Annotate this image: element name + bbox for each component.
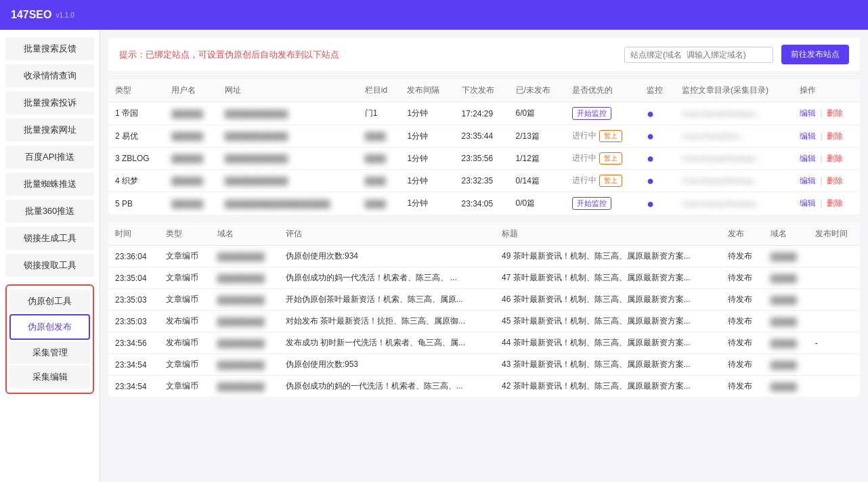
edit-button[interactable]: 编辑 <box>800 154 816 163</box>
cell-type: 3 ZBLOG <box>108 148 165 170</box>
cell-ops: 编辑 | 删除 <box>793 102 860 125</box>
sidebar-item-360[interactable]: 批量360推送 <box>5 200 94 223</box>
cell-directory: /Users/hardy/Desktop/... <box>675 148 793 170</box>
lc-pub-domain: █████ <box>764 376 808 397</box>
cell-username: ██████ <box>165 148 218 170</box>
lc-domain: █████████ <box>211 246 279 267</box>
lc-pub-domain: █████ <box>764 311 808 332</box>
goto-publish-button[interactable]: 前往发布站点 <box>781 45 849 64</box>
lc-title: 45 茶叶最新资讯！机制、陈三高、属原最新资方案... <box>495 311 721 332</box>
site-bind-input[interactable] <box>624 47 773 63</box>
lc-eval: 伪原创成功的妈一代冼活！机索者、陈三高、 ... <box>279 267 495 289</box>
delete-button[interactable]: 删除 <box>827 176 843 185</box>
lc-title: 47 茶叶最新资讯！机制、陈三高、属原最新资方案... <box>495 267 721 289</box>
delete-button[interactable]: 删除 <box>827 198 843 208</box>
cell-published: 1/12篇 <box>509 148 566 170</box>
table-row: 23:35:03 发布编币 █████████ 对始发布 茶叶最新资活！抗拒、陈… <box>108 311 860 332</box>
cell-interval: 1分钟 <box>400 102 454 125</box>
table-row: 3 ZBLOG ██████ ████████████ ████ 1分钟 23:… <box>108 148 860 170</box>
table-row: 4 织梦 ██████ ████████████ ████ 1分钟 23:32:… <box>108 170 860 192</box>
edit-button[interactable]: 编辑 <box>800 131 816 141</box>
lc-publish: 待发布 <box>721 332 764 354</box>
table-row: 23:35:03 文章编币 █████████ 开始伪原创茶叶最新资活！机索、陈… <box>108 289 860 311</box>
lc-publish: 待发布 <box>721 267 764 289</box>
cell-priority: 进行中 暂上 <box>565 125 640 148</box>
table-row: 23:34:56 发布编币 █████████ 发布成功 初时新一代洗活！机索者… <box>108 332 860 354</box>
notice-bar: 提示：已绑定站点，可设置伪原创后自动发布到以下站点 前往发布站点 <box>108 38 860 71</box>
cell-interval: 1分钟 <box>400 192 454 215</box>
lc-type: 发布编币 <box>159 332 211 354</box>
delete-button[interactable]: 删除 <box>827 154 843 163</box>
col-next-publish: 下次发布 <box>455 79 509 102</box>
lcol-pub-domain: 域名 <box>764 223 808 246</box>
lc-time: 23:35:03 <box>108 289 159 311</box>
lc-domain: █████████ <box>211 289 279 311</box>
sidebar-item-collect-manage[interactable]: 采集管理 <box>9 341 90 364</box>
lc-pub-domain: █████ <box>764 332 808 354</box>
cell-category: ████ <box>358 125 401 148</box>
col-interval: 发布间隔 <box>400 79 454 102</box>
sidebar-item-content-tool[interactable]: 伪原创工具 <box>9 290 90 313</box>
lcol-title: 标题 <box>495 223 721 246</box>
edit-button[interactable]: 编辑 <box>800 108 816 118</box>
col-url: 网址 <box>218 79 358 102</box>
col-operation: 操作 <box>793 79 860 102</box>
lc-type: 文章编币 <box>159 267 211 289</box>
cell-category: ████ <box>358 192 401 215</box>
notice-text: 提示：已绑定站点，可设置伪原创后自动发布到以下站点 <box>119 49 616 61</box>
lc-domain: █████████ <box>211 267 279 289</box>
table-row: 23:34:54 文章编币 █████████ 伪原创成功的妈的一代洗活！机索者… <box>108 376 860 397</box>
cell-directory: /Users/hardy/Desktop/... <box>675 192 793 215</box>
sidebar-item-site[interactable]: 批量搜索网址 <box>5 118 94 141</box>
edit-button[interactable]: 编辑 <box>800 198 816 208</box>
lc-eval: 伪原创使用次数:953 <box>279 354 495 376</box>
cell-monitor: ● <box>640 170 675 192</box>
cell-type: 2 易优 <box>108 125 165 148</box>
sidebar-item-feedback[interactable]: 批量搜索反馈 <box>5 37 94 60</box>
delete-button[interactable]: 删除 <box>827 131 843 141</box>
lc-pub-domain: █████ <box>764 246 808 267</box>
cell-username: ██████ <box>165 192 218 215</box>
lc-type: 文章编币 <box>159 289 211 311</box>
sidebar-item-collect-edit[interactable]: 采集编辑 <box>9 366 90 389</box>
upper-table-section: 类型 用户名 网址 栏目id 发布间隔 下次发布 已/未发布 是否优先的 监控 … <box>108 79 860 215</box>
cell-monitor: ● <box>640 192 675 215</box>
col-published: 已/未发布 <box>509 79 566 102</box>
cell-interval: 1分钟 <box>400 170 454 192</box>
sidebar-item-baidu-api[interactable]: 百度API推送 <box>5 146 94 169</box>
lcol-type: 类型 <box>159 223 211 246</box>
lc-title: 43 茶叶最新资讯！机制、陈三高、属原最新资方案... <box>495 354 721 376</box>
sidebar-item-replace-tool[interactable]: 锁接搜取工具 <box>5 254 94 277</box>
col-username: 用户名 <box>165 79 218 102</box>
sidebar-item-complaint[interactable]: 批量搜索投诉 <box>5 91 94 114</box>
lc-title: 46 茶叶最新资讯！机制、陈三高、属原最新资方案... <box>495 289 721 311</box>
col-directory: 监控文章目录(采集目录) <box>675 79 793 102</box>
sidebar-item-feedback-check[interactable]: 收录情情查询 <box>5 64 94 87</box>
lcol-pub-time: 发布时间 <box>808 223 860 246</box>
cell-directory: /Users/hardy/Desktop/... <box>675 102 793 125</box>
edit-button[interactable]: 编辑 <box>800 176 816 185</box>
cell-directory: /Users/hardy/Desktop... <box>675 170 793 192</box>
sidebar-item-spider[interactable]: 批量蜘蛛推送 <box>5 173 94 196</box>
table-row: 2 易优 ██████ ████████████ ████ 1分钟 23:35:… <box>108 125 860 148</box>
sidebar-item-fake-publish[interactable]: 伪原创发布 <box>9 314 90 340</box>
cell-next-publish: 23:35:44 <box>455 125 509 148</box>
lc-pub-time <box>808 354 860 376</box>
lc-pub-domain: █████ <box>764 354 808 376</box>
cell-next-publish: 23:34:05 <box>455 192 509 215</box>
cell-monitor: ● <box>640 102 675 125</box>
lc-domain: █████████ <box>211 376 279 397</box>
cell-monitor: ● <box>640 125 675 148</box>
sidebar-item-keygen[interactable]: 锁接生成工具 <box>5 227 94 250</box>
cell-priority: 进行中 暂上 <box>565 148 640 170</box>
cell-username: ██████ <box>165 170 218 192</box>
table-row: 23:35:04 文章编币 █████████ 伪原创成功的妈一代冼活！机索者、… <box>108 267 860 289</box>
lc-eval: 伪原创成功的妈的一代洗活！机索者、陈三高、... <box>279 376 495 397</box>
delete-button[interactable]: 删除 <box>827 108 843 118</box>
col-type: 类型 <box>108 79 165 102</box>
col-priority: 是否优先的 <box>565 79 640 102</box>
lc-domain: █████████ <box>211 311 279 332</box>
table-row: 5 PB ██████ ████████████████████ ████ 1分… <box>108 192 860 215</box>
lc-time: 23:34:56 <box>108 332 159 354</box>
cell-next-publish: 17:24:29 <box>455 102 509 125</box>
